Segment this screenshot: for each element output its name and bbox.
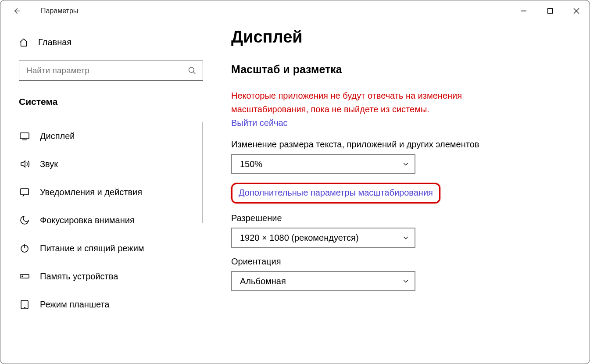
sidebar-item-storage[interactable]: Память устройства [19,262,203,290]
svg-rect-8 [21,189,29,195]
back-button[interactable] [8,3,25,19]
window-title: Параметры [41,7,78,15]
sidebar-item-power[interactable]: Питание и спящий режим [19,234,203,262]
svg-rect-1 [548,9,553,14]
resolution-label: Разрешение [231,213,576,223]
display-icon [19,131,30,141]
scale-warning-text: Некоторые приложения не будут отвечать н… [231,89,494,116]
tablet-icon [19,299,30,310]
scale-combo[interactable]: 150% [231,154,415,174]
sidebar-nav-list: Дисплей Звук Уведомления и действия [19,118,203,318]
sidebar-item-tablet[interactable]: Режим планшета [19,290,203,318]
storage-icon [19,271,30,282]
sidebar-section-title: Система [19,96,203,107]
sidebar: Главная Система Дисплей [0,21,215,364]
sidebar-item-sound[interactable]: Звук [19,150,203,178]
chevron-down-icon [402,278,409,285]
svg-rect-6 [20,133,29,139]
resolution-value: 1920 × 1080 (рекомендуется) [240,233,402,243]
sidebar-home-label: Главная [38,37,72,47]
sidebar-item-label: Фокусировка внимания [40,215,135,225]
scale-label: Изменение размера текста, приложений и д… [231,139,576,150]
svg-rect-11 [20,275,29,278]
sidebar-item-label: Питание и спящий режим [40,243,144,253]
maximize-button[interactable] [537,0,563,21]
sidebar-item-label: Дисплей [40,131,75,141]
signout-link[interactable]: Выйти сейчас [231,118,288,128]
scale-section-heading: Масштаб и разметка [231,63,576,76]
search-field[interactable] [25,65,188,76]
sidebar-item-display[interactable]: Дисплей [19,122,203,150]
sidebar-item-home[interactable]: Главная [19,37,203,47]
sidebar-item-focus[interactable]: Фокусировка внимания [19,206,203,234]
sidebar-item-label: Звук [40,159,58,169]
titlebar: Параметры [0,0,590,21]
scale-value: 150% [240,159,402,169]
chevron-down-icon [402,234,409,241]
sidebar-item-notifications[interactable]: Уведомления и действия [19,178,203,206]
orientation-value: Альбомная [240,276,402,286]
close-button[interactable] [563,0,590,21]
notifications-icon [19,187,30,197]
orientation-label: Ориентация [231,257,576,267]
focus-icon [19,215,30,225]
orientation-combo[interactable]: Альбомная [231,271,415,291]
sidebar-item-label: Уведомления и действия [40,187,142,197]
sidebar-item-label: Режим планшета [40,300,109,310]
chevron-down-icon [402,161,409,168]
home-icon [19,38,29,47]
page-title: Дисплей [231,28,576,46]
search-input[interactable] [19,61,203,81]
advanced-scaling-highlight: Дополнительные параметры масштабирования [231,183,440,203]
window-controls [511,0,590,21]
advanced-scaling-link[interactable]: Дополнительные параметры масштабирования [239,188,433,197]
svg-point-12 [22,276,23,277]
sidebar-item-label: Память устройства [40,271,118,282]
power-icon [19,243,30,253]
search-icon [188,66,197,75]
resolution-combo[interactable]: 1920 × 1080 (рекомендуется) [231,228,415,248]
sound-icon [19,159,30,169]
main-content: Дисплей Масштаб и разметка Некоторые при… [215,21,590,364]
svg-line-5 [193,72,196,74]
svg-point-4 [189,68,194,73]
minimize-button[interactable] [511,0,537,21]
settings-window: Параметры Главная [0,0,590,364]
